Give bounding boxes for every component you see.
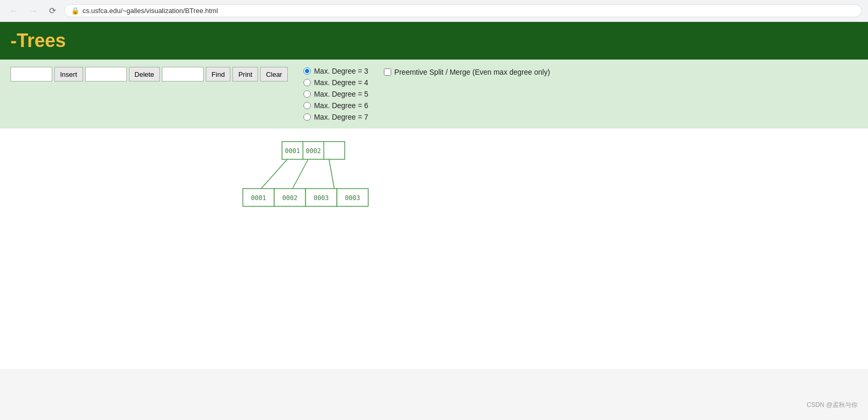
reload-button[interactable]: ⟳ xyxy=(46,5,59,17)
address-bar: 🔒 cs.usfca.edu/~galles/visualization/BTr… xyxy=(64,4,862,17)
find-input[interactable] xyxy=(162,67,204,81)
radio-label-4: Max. Degree = 4 xyxy=(314,78,368,87)
left-controls: Insert Delete Find Print Clear xyxy=(10,67,288,81)
delete-button[interactable]: Delete xyxy=(129,67,160,81)
radio-section: Max. Degree = 3 Max. Degree = 4 Max. Deg… xyxy=(303,67,368,121)
preemtive-label: Preemtive Split / Merge (Even max degree… xyxy=(394,68,550,76)
print-button[interactable]: Print xyxy=(232,67,258,81)
radio-degree-3[interactable] xyxy=(303,67,311,75)
svg-text:0001: 0001 xyxy=(251,194,266,202)
tree-area: 0001 0002 0001 0002 0003 0003 xyxy=(0,129,868,369)
radio-row-7: Max. Degree = 7 xyxy=(303,113,368,121)
radio-label-6: Max. Degree = 6 xyxy=(314,101,368,110)
clear-button[interactable]: Clear xyxy=(260,67,288,81)
svg-line-5 xyxy=(261,159,287,189)
radio-label-5: Max. Degree = 5 xyxy=(314,90,368,98)
page-title: -Trees xyxy=(10,30,66,51)
back-button[interactable]: ← xyxy=(6,5,21,17)
insert-input[interactable] xyxy=(10,67,52,81)
radio-degree-4[interactable] xyxy=(303,79,311,86)
find-button[interactable]: Find xyxy=(206,67,230,81)
radio-row-3: Max. Degree = 3 xyxy=(303,67,368,75)
svg-text:0001: 0001 xyxy=(285,147,300,155)
radio-label-7: Max. Degree = 7 xyxy=(314,113,368,121)
svg-text:0003: 0003 xyxy=(345,194,360,202)
svg-text:0003: 0003 xyxy=(314,194,329,202)
preemtive-checkbox-row: Preemtive Split / Merge (Even max degree… xyxy=(384,68,550,76)
radio-degree-7[interactable] xyxy=(303,113,311,121)
radio-degree-6[interactable] xyxy=(303,102,311,109)
svg-text:0002: 0002 xyxy=(283,194,298,202)
svg-line-6 xyxy=(292,159,308,189)
tree-svg: 0001 0002 0001 0002 0003 0003 xyxy=(240,139,386,212)
radio-row-5: Max. Degree = 5 xyxy=(303,90,368,98)
preemtive-checkbox[interactable] xyxy=(384,68,391,76)
radio-row-4: Max. Degree = 4 xyxy=(303,78,368,87)
lock-icon: 🔒 xyxy=(71,7,79,15)
page-header: -Trees xyxy=(0,22,868,60)
url-text: cs.usfca.edu/~galles/visualization/BTree… xyxy=(83,7,218,15)
forward-button[interactable]: → xyxy=(26,5,41,17)
radio-label-3: Max. Degree = 3 xyxy=(314,67,368,75)
browser-chrome: ← → ⟳ 🔒 cs.usfca.edu/~galles/visualizati… xyxy=(0,0,868,22)
svg-text:0002: 0002 xyxy=(306,147,321,155)
controls-bar: Insert Delete Find Print Clear Max. Degr… xyxy=(0,60,868,129)
insert-button[interactable]: Insert xyxy=(54,67,83,81)
radio-degree-5[interactable] xyxy=(303,90,311,98)
delete-input[interactable] xyxy=(85,67,127,81)
radio-row-6: Max. Degree = 6 xyxy=(303,101,368,110)
checkbox-section: Preemtive Split / Merge (Even max degree… xyxy=(384,67,550,76)
svg-line-7 xyxy=(329,159,334,189)
